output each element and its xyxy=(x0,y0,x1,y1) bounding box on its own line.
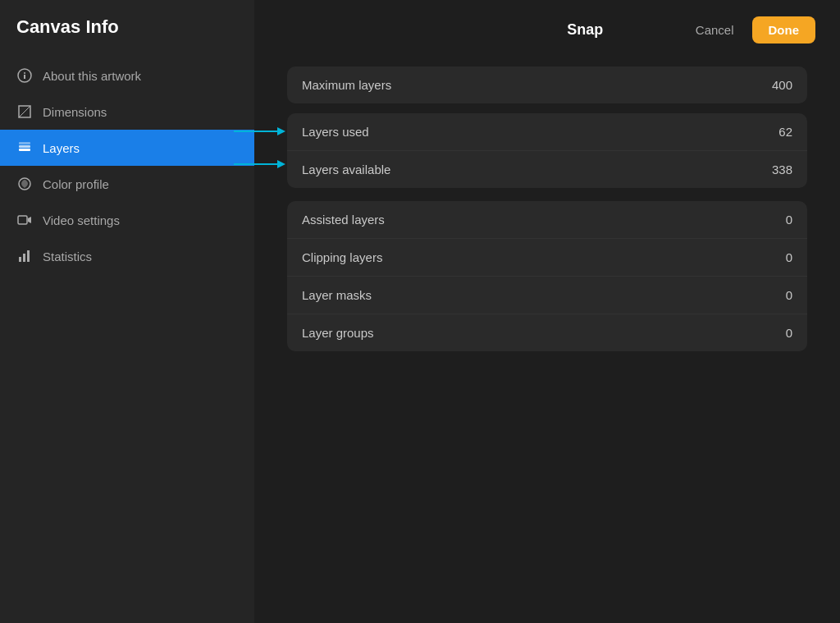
table-row: Clipping layers 0 xyxy=(287,239,807,277)
sidebar-label-video-settings: Video settings xyxy=(43,213,120,227)
svg-line-4 xyxy=(19,106,30,117)
sidebar-label-about: About this artwork xyxy=(43,69,141,83)
main-header: Snap Cancel Done xyxy=(279,16,815,44)
clipping-layers-label: Clipping layers xyxy=(302,250,382,264)
table-row: Layer masks 0 xyxy=(287,277,807,314)
sidebar-item-color-profile[interactable]: Color profile xyxy=(0,166,254,202)
max-layers-value: 400 xyxy=(772,78,792,92)
svg-rect-5 xyxy=(19,149,30,151)
svg-rect-7 xyxy=(19,142,30,144)
secondary-table-section: Assisted layers 0 Clipping layers 0 Laye… xyxy=(287,201,807,351)
svg-marker-16 xyxy=(277,160,285,168)
table-row: Maximum layers 400 xyxy=(287,66,807,103)
main-panel: Snap Cancel Done Maximum layers 400 xyxy=(254,0,840,623)
svg-point-1 xyxy=(24,72,25,74)
sidebar-label-color-profile: Color profile xyxy=(43,177,109,191)
app-title: Canvas Info xyxy=(0,16,254,57)
table-row: Layer groups 0 xyxy=(287,314,807,351)
layers-available-label: Layers available xyxy=(302,163,390,176)
layers-icon xyxy=(16,140,33,156)
color-icon xyxy=(16,176,33,192)
sidebar-item-layers[interactable]: Layers xyxy=(0,130,254,166)
svg-rect-6 xyxy=(19,145,30,148)
svg-rect-12 xyxy=(27,250,30,262)
layer-masks-label: Layer masks xyxy=(302,288,372,302)
layers-used-label: Layers used xyxy=(302,125,369,139)
info-icon xyxy=(16,67,33,84)
done-button[interactable]: Done xyxy=(752,16,816,44)
svg-rect-10 xyxy=(19,257,21,262)
stats-icon xyxy=(16,248,33,264)
sidebar-label-statistics: Statistics xyxy=(43,250,92,263)
sidebar-label-layers: Layers xyxy=(43,141,80,155)
cancel-button[interactable]: Cancel xyxy=(687,18,742,42)
svg-rect-9 xyxy=(18,216,27,224)
main-title: Snap xyxy=(483,21,687,39)
video-icon xyxy=(16,212,33,228)
primary-table-section: Maximum layers 400 xyxy=(287,66,807,103)
assisted-layers-label: Assisted layers xyxy=(302,213,385,227)
clipping-layers-value: 0 xyxy=(786,250,792,264)
sidebar-label-dimensions: Dimensions xyxy=(43,105,107,119)
sidebar-item-dimensions[interactable]: Dimensions xyxy=(0,94,254,130)
table-row: Layers available 338 xyxy=(287,151,807,188)
sidebar-item-video-settings[interactable]: Video settings xyxy=(0,202,254,238)
layer-groups-label: Layer groups xyxy=(302,326,374,340)
svg-marker-14 xyxy=(277,127,285,135)
highlighted-table-section: Layers used 62 Layers available 338 xyxy=(287,113,807,188)
sidebar: Canvas Info About this artwork Dimension… xyxy=(0,0,254,623)
layer-groups-value: 0 xyxy=(786,326,792,340)
layers-used-value: 62 xyxy=(778,125,792,139)
sidebar-item-statistics[interactable]: Statistics xyxy=(0,238,254,274)
svg-rect-2 xyxy=(24,75,25,79)
dimensions-icon xyxy=(16,103,33,120)
max-layers-label: Maximum layers xyxy=(302,78,391,92)
table-row: Assisted layers 0 xyxy=(287,201,807,239)
svg-rect-11 xyxy=(23,254,25,262)
layer-masks-value: 0 xyxy=(786,288,792,302)
layers-available-value: 338 xyxy=(772,163,792,176)
sidebar-item-about[interactable]: About this artwork xyxy=(0,57,254,94)
assisted-layers-value: 0 xyxy=(786,213,792,227)
header-actions: Cancel Done xyxy=(687,16,815,44)
table-row: Layers used 62 xyxy=(287,113,807,151)
content-area: Maximum layers 400 Layers used 62 xyxy=(279,66,815,351)
